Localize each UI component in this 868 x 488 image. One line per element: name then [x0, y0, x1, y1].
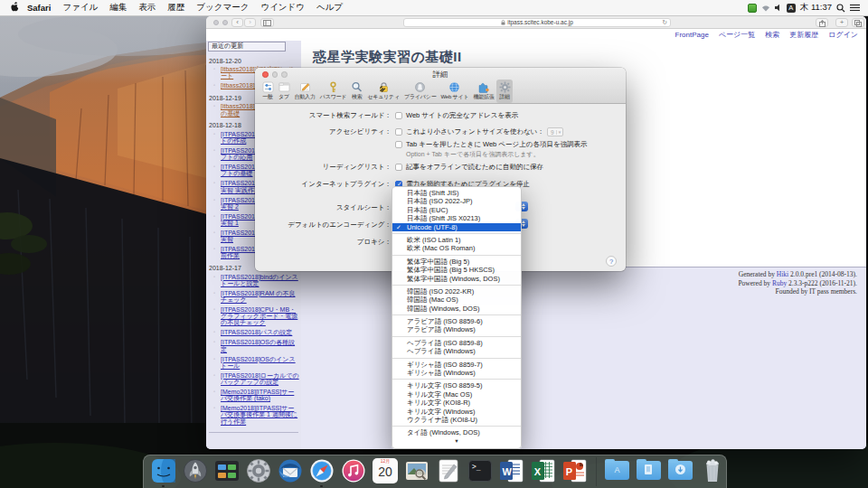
nav-frontpage[interactable]: FrontPage — [675, 31, 709, 39]
share-button[interactable] — [816, 18, 828, 27]
tab-autofill[interactable]: 自動入力 — [292, 80, 317, 103]
menu-item[interactable]: 日本語 (Shift JIS X0213) — [392, 214, 521, 222]
input-source-icon[interactable]: A — [787, 4, 796, 13]
sidebar-toggle-button[interactable] — [260, 18, 274, 27]
dock-preview-icon[interactable] — [404, 458, 429, 483]
menu-item[interactable]: ギリシャ語 (Windows) — [392, 369, 521, 377]
forward-button[interactable]: › — [244, 18, 256, 27]
menu-help[interactable]: ヘルプ — [311, 2, 349, 14]
menu-file[interactable]: ファイル — [57, 2, 104, 14]
tab-privacy[interactable]: プライバシー — [401, 80, 439, 103]
reload-icon[interactable]: ↻ — [662, 19, 667, 26]
menu-item[interactable]: キリル文字 (Windows) — [392, 408, 521, 416]
menu-scroll-down-arrow[interactable]: ▼ — [392, 437, 521, 445]
nav-login[interactable]: ログイン — [828, 30, 858, 40]
menu-window[interactable]: ウインドウ — [255, 2, 311, 14]
menu-item[interactable]: キリル文字 (KOI8-R) — [392, 399, 521, 407]
menu-view[interactable]: 表示 — [133, 2, 162, 14]
nav-update-history[interactable]: 更新履歴 — [789, 30, 818, 40]
menu-item[interactable]: 繁体字中国語 (Big 5) — [392, 258, 521, 266]
dock-thunderbird-icon[interactable] — [278, 458, 303, 483]
menu-item-selected[interactable]: Unicode (UTF-8) — [392, 223, 521, 231]
menu-item[interactable]: 韓国語 (Windows, DOS) — [392, 305, 521, 313]
new-tab-button[interactable]: + — [835, 18, 848, 27]
dock-safari-icon[interactable] — [309, 458, 335, 483]
checkbox-tab-highlight[interactable] — [395, 141, 402, 148]
tab-overview-button[interactable] — [852, 18, 864, 27]
dock-mission-control-icon[interactable] — [214, 458, 240, 483]
nav-page-list[interactable]: ページ一覧 — [719, 30, 755, 40]
dock-word-icon[interactable]: W — [499, 458, 524, 483]
menu-item[interactable]: 日本語 (ISO 2022-JP) — [392, 197, 521, 205]
menu-bookmarks[interactable]: ブックマーク — [191, 2, 255, 14]
hiki-link[interactable]: Hiki — [777, 270, 788, 278]
menu-item[interactable]: 韓国語 (ISO 2022-KR) — [392, 287, 521, 296]
tab-search[interactable]: 検索 — [349, 80, 365, 103]
menu-item[interactable]: 欧米 (ISO Latin 1) — [392, 236, 521, 244]
menu-history[interactable]: 履歴 — [162, 2, 191, 14]
address-bar[interactable]: itpass.scitec.kobe-u.ac.jp ↻ — [403, 18, 671, 27]
menu-item[interactable]: ヘブライ語 (ISO 8859-8) — [392, 339, 521, 347]
menu-item[interactable]: キリル文字 (Mac OS) — [392, 390, 521, 399]
checkbox-offline-reading[interactable] — [395, 164, 402, 171]
tab-advanced[interactable]: 詳細 — [496, 80, 513, 103]
svg-text:>_: >_ — [472, 463, 481, 471]
footer-line: Generated by Hiki 2.0.0.pre1 (2014-08-13… — [738, 270, 857, 279]
dock-calendar-icon[interactable]: 12月 20 — [373, 458, 398, 483]
dock-terminal-icon[interactable]: >_ — [467, 458, 493, 483]
menu-item[interactable]: タイ語 (Windows, DOS) — [392, 428, 521, 436]
dock-applications-folder[interactable]: A — [605, 458, 630, 483]
dock-launchpad-icon[interactable] — [183, 458, 208, 483]
menu-separator — [392, 255, 521, 256]
font-size-select[interactable]: 9▼ — [547, 127, 563, 136]
dock-itunes-icon[interactable] — [341, 458, 366, 483]
menu-item[interactable]: ウクライナ語 (KOI8-U) — [392, 416, 521, 424]
notification-center-icon[interactable] — [850, 4, 860, 12]
dock-trash-icon[interactable] — [700, 458, 725, 483]
menu-item[interactable]: 韓国語 (Mac OS) — [392, 296, 521, 304]
menu-safari[interactable]: Safari — [27, 3, 57, 13]
menu-item[interactable]: 繁体字中国語 (Big 5 HKSCS) — [392, 266, 521, 274]
dock-excel-icon[interactable]: X — [531, 458, 556, 483]
dock-finder-icon[interactable] — [151, 458, 176, 483]
tab-extensions[interactable]: 機能拡張 — [471, 80, 496, 103]
menu-item[interactable]: キリル文字 (ISO 8859-5) — [392, 381, 521, 389]
menu-item[interactable]: 繁体字中国語 (Windows, DOS) — [392, 275, 521, 283]
menu-clock[interactable]: 木 11:37 — [800, 2, 832, 14]
wifi-icon[interactable] — [761, 5, 770, 12]
checkbox-min-font-size[interactable] — [395, 128, 402, 136]
ruby-link[interactable]: Ruby — [772, 279, 787, 287]
help-button[interactable]: ? — [606, 256, 617, 267]
menu-item[interactable]: アラビア語 (ISO 8859-6) — [392, 317, 521, 325]
window-minimize-button[interactable] — [222, 20, 228, 25]
dock-downloads-folder[interactable] — [668, 458, 693, 483]
list-item: [ITPASS2018]RAM の不良チェック — [221, 290, 299, 303]
status-app-icon[interactable] — [748, 4, 757, 13]
advanced-gear-icon — [499, 80, 511, 92]
window-close-button[interactable] — [213, 20, 219, 25]
dock-documents-folder[interactable] — [637, 458, 662, 483]
tab-websites[interactable]: Web サイト — [439, 80, 471, 103]
menu-edit[interactable]: 編集 — [104, 2, 133, 14]
menu-item[interactable]: 日本語 (Shift JIS) — [392, 189, 521, 197]
menu-item[interactable]: 日本語 (EUC) — [392, 206, 521, 214]
tab-tabs[interactable]: タブ — [276, 80, 292, 103]
back-button[interactable]: ‹ — [231, 18, 243, 27]
menu-item[interactable]: ヘブライ語 (Windows) — [392, 347, 521, 355]
spotlight-icon[interactable] — [836, 4, 845, 13]
tab-general[interactable]: 一般 — [259, 80, 276, 103]
checkbox-full-address[interactable] — [395, 112, 402, 119]
menu-item[interactable]: ギリシャ語 (ISO 8859-7) — [392, 361, 521, 369]
menu-item[interactable]: アラビア語 (Windows) — [392, 325, 521, 333]
menu-item[interactable]: 欧米 (Mac OS Roman) — [392, 244, 521, 252]
dock-system-preferences-icon[interactable] — [246, 458, 271, 483]
websites-icon — [448, 80, 460, 92]
list-item: [ITPASS2018]ローカルでのバックアップの設定 — [221, 372, 299, 385]
volume-icon[interactable] — [775, 4, 782, 12]
tab-security[interactable]: セキュリティ — [365, 80, 402, 103]
dock-textedit-icon[interactable] — [436, 458, 461, 483]
apple-menu-icon[interactable] — [11, 2, 19, 14]
tab-passwords[interactable]: パスワード — [317, 80, 349, 103]
dock-powerpoint-icon[interactable]: P — [562, 458, 588, 483]
nav-search[interactable]: 検索 — [765, 30, 779, 40]
